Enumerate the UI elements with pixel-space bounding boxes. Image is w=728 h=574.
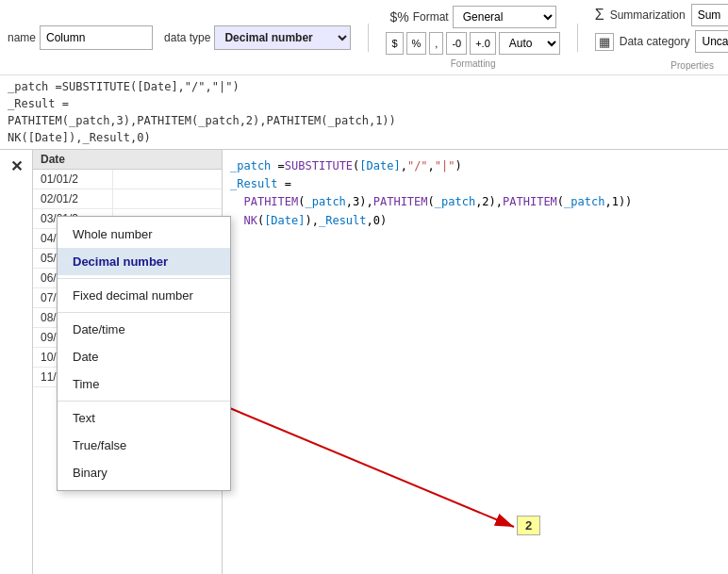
properties-label: Properties: [595, 60, 728, 71]
formula-line1: _patch =SUBSTITUTE([Date],"/","|"): [8, 79, 720, 94]
right-code-area: _patch =SUBSTITUTE([Date],"/","|") _Resu…: [222, 150, 728, 574]
ribbon-row1: name data type Decimal number $% Format …: [0, 0, 728, 75]
divider1: [368, 24, 369, 52]
decrease-decimal-btn[interactable]: -0: [446, 32, 467, 55]
comma-btn[interactable]: ,: [429, 32, 443, 55]
formula-code: _patch =SUBSTITUTE([Date],"/","|") _Resu…: [230, 157, 720, 230]
date-cell: 02/01/2: [33, 189, 113, 208]
format-sub-controls: $ % , -0 +.0 Auto: [386, 32, 559, 55]
menu-separator: [58, 278, 230, 279]
format-group: $% Format General $ % , -0 +.0 Auto Form…: [386, 6, 559, 69]
properties-group: Σ Summarization ▦ Data category Properti…: [595, 4, 728, 71]
menu-item-fixed-decimal-number[interactable]: Fixed decimal number: [58, 282, 230, 309]
code-line3: PATHITEM(_patch,3),PATHITEM(_patch,2),PA…: [230, 193, 720, 211]
code-line2: _Result =: [230, 175, 720, 193]
menu-separator: [58, 401, 230, 402]
main-area: ✕ Date 01/01/202/01/203/01/204/01/205/01…: [0, 150, 728, 574]
data-type-group: data type Decimal number: [164, 25, 351, 50]
menu-item-date[interactable]: Date: [58, 343, 230, 370]
formula-line2: _Result =: [8, 96, 720, 111]
date-cell: 01/01/2: [33, 170, 113, 189]
format-label: Format: [413, 10, 449, 24]
table-row: 02/01/2: [33, 189, 222, 209]
data-type-menu: Whole numberDecimal numberFixed decimal …: [57, 216, 231, 491]
menu-separator: [58, 312, 230, 313]
category-icon: ▦: [595, 33, 614, 51]
format-icon: $%: [389, 9, 408, 25]
data-type-label: data type: [164, 31, 210, 44]
data-category-label: Data category: [620, 35, 690, 48]
divider2: [577, 24, 578, 52]
format-controls: $% Format General: [389, 6, 555, 28]
format-dropdown[interactable]: General: [453, 6, 556, 28]
formula-text2: _Result =: [8, 97, 69, 110]
formula-line4: NK([Date]),_Result,0): [8, 130, 720, 145]
data-category-row: ▦ Data category: [595, 30, 728, 53]
date-column-header: Date: [33, 150, 127, 169]
sigma-icon: Σ: [595, 7, 604, 24]
name-group: name: [8, 25, 153, 50]
menu-item-time[interactable]: Time: [58, 370, 230, 398]
table-header-row: Date: [33, 150, 222, 170]
code-line4: NK([Date]),_Result,0): [230, 212, 720, 230]
formatting-label: Formatting: [451, 58, 496, 69]
formula-line3: PATHITEM(_patch,3),PATHITEM(_patch,2),PA…: [8, 113, 720, 128]
menu-item-date-time[interactable]: Date/time: [58, 316, 230, 343]
table-row: 01/01/2: [33, 170, 222, 189]
menu-item-binary[interactable]: Binary: [58, 459, 230, 486]
left-panel: ✕: [0, 150, 33, 574]
menu-item-text[interactable]: Text: [58, 404, 230, 432]
formula-text4: NK([Date]),_Result,0): [8, 131, 151, 144]
currency-btn[interactable]: $: [386, 32, 403, 55]
summarization-label: Summarization: [610, 8, 686, 22]
summarization-input[interactable]: [691, 4, 728, 26]
summarization-row: Σ Summarization: [595, 4, 728, 26]
menu-item-true-false[interactable]: True/false: [58, 432, 230, 459]
auto-dropdown[interactable]: Auto: [499, 32, 560, 55]
data-category-input[interactable]: [695, 30, 728, 53]
name-label: name: [8, 31, 36, 44]
menu-item-decimal-number[interactable]: Decimal number: [58, 248, 230, 275]
menu-item-whole-number[interactable]: Whole number: [58, 221, 230, 248]
close-button[interactable]: ✕: [10, 157, 23, 175]
formula-text3: PATHITEM(_patch,3),PATHITEM(_patch,2),PA…: [8, 114, 396, 127]
increase-decimal-btn[interactable]: +.0: [470, 32, 496, 55]
formula-text1: _patch =SUBSTITUTE([Date],"/","|"): [8, 80, 240, 93]
data-type-dropdown[interactable]: Decimal number: [214, 25, 351, 50]
code-line1: _patch =SUBSTITUTE([Date],"/","|"): [230, 157, 720, 175]
name-input[interactable]: [40, 25, 153, 50]
percent-btn[interactable]: %: [406, 32, 427, 55]
formula-bar: _patch =SUBSTITUTE([Date],"/","|") _Resu…: [0, 75, 728, 150]
ribbon: name data type Decimal number $% Format …: [0, 0, 728, 75]
